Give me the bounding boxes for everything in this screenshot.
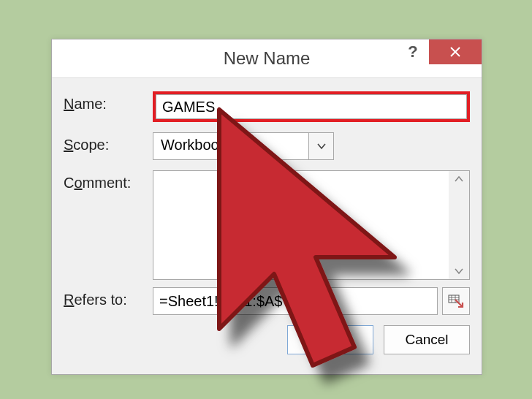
comment-scrollbar[interactable] (449, 171, 469, 279)
refers-label: Refers to: (64, 287, 153, 308)
scope-row: Scope: Workbook (64, 132, 470, 160)
name-label: Name: (64, 91, 153, 113)
range-selector-button[interactable] (442, 287, 470, 315)
comment-label: Comment: (64, 170, 153, 191)
scroll-down-icon (454, 267, 464, 275)
dialog-content: Name: Scope: Workbook Comment: (52, 78, 482, 374)
name-input[interactable] (156, 94, 467, 119)
scroll-up-icon (454, 175, 464, 183)
chevron-down-icon (316, 142, 327, 150)
scope-label: Scope: (64, 132, 153, 153)
name-input-highlight (153, 91, 470, 122)
comment-row: Comment: (64, 170, 470, 280)
close-button[interactable] (429, 39, 482, 64)
scope-dropdown-arrow[interactable] (308, 133, 333, 159)
title-bar: New Name ? (52, 39, 482, 78)
refers-row: Refers to: (64, 287, 470, 315)
dialog-title: New Name (224, 48, 311, 69)
scope-value: Workbook (153, 133, 308, 159)
range-selector-icon (448, 293, 464, 309)
dialog-buttons: OK Cancel (64, 325, 470, 354)
cancel-button[interactable]: Cancel (384, 325, 470, 354)
name-row: Name: (64, 91, 470, 122)
refers-input[interactable] (153, 287, 438, 315)
close-icon (449, 46, 461, 58)
comment-textarea[interactable] (153, 170, 470, 280)
help-button[interactable]: ? (398, 39, 428, 64)
ok-button[interactable]: OK (287, 325, 373, 354)
scope-select[interactable]: Workbook (153, 132, 334, 160)
new-name-dialog: New Name ? Name: Scope: Workbook (51, 39, 482, 375)
